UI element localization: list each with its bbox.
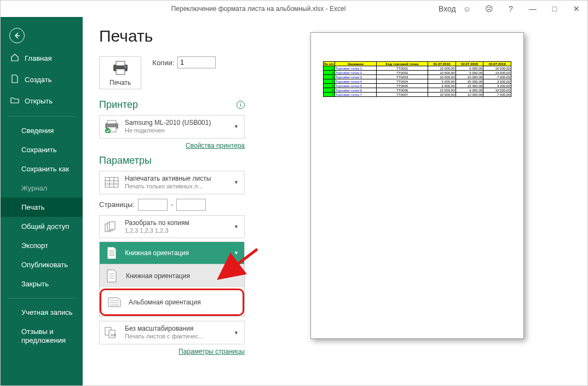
sidebar-item-label: Открыть [25,97,53,105]
minimize-button[interactable]: — [522,4,544,13]
print-what-select[interactable]: Напечатать активные листыПечать только а… [99,171,245,194]
help-icon[interactable]: ? [500,4,522,13]
orientation-option-portrait[interactable]: Книжная ориентация [100,264,244,287]
sidebar-item-feedback[interactable]: Отзывы и предложения [1,322,83,350]
chevron-down-icon: ▼ [234,250,241,256]
pages-sep: - [171,200,173,209]
sidebar-item-share[interactable]: Общий доступ [1,217,83,236]
sidebar-item-home[interactable]: Главная [1,48,83,69]
close-button[interactable]: ✕ [566,4,587,13]
combo-subtitle: 1,2,3 1,2,3 1,2,3 [125,227,229,235]
chevron-down-icon: ▼ [234,330,241,336]
printer-properties-link[interactable]: Свойства принтера [99,142,245,149]
sidebar-item-label: Сохранить как [21,165,69,173]
svg-rect-15 [109,222,115,229]
printer-select[interactable]: Samsung ML-2010 (USB001) Не подключен ▼ [99,115,245,139]
orientation-dropdown: Книжная ориентация Альбомная ориентация [99,264,245,316]
sidebar-item-open[interactable]: Открыть [1,90,83,112]
print-panel: Печать Печать Копии: Принтер [83,17,252,385]
chevron-down-icon: ▼ [234,180,241,185]
printer-name: Samsung ML-2010 (USB001) [125,119,229,127]
collate-icon [103,221,120,232]
sidebar-item-export[interactable]: Экспорт [1,236,83,255]
print-preview: № п/пНазваниеКод торговой точки01.07.201… [252,17,587,385]
page-title: Печать [99,27,245,45]
pages-label: Страницы: [99,200,135,209]
sidebar-item-create[interactable]: Создать [1,69,83,90]
sidebar-item-label: Учетная запись [21,308,73,316]
sidebar-item-label: Журнал [21,184,47,192]
chevron-down-icon: ▼ [234,224,241,229]
printer-status-icon [103,120,120,133]
portrait-icon [103,246,120,260]
sidebar-item-close[interactable]: Закрыть [1,274,83,293]
scale-icon: 100 [103,327,120,339]
pages-to-input[interactable] [176,199,206,211]
sidebar-item-label: Печать [21,203,45,211]
open-icon [10,96,19,106]
face-smile-icon[interactable]: ☺ [456,4,478,13]
sidebar-item-label: Создать [25,76,51,84]
printer-status: Не подключен [125,127,229,135]
face-sad-icon[interactable]: ☹ [478,4,500,13]
sidebar-item-save[interactable]: Сохранить [1,140,83,159]
sheets-icon [103,177,120,188]
combo-title: Разобрать по копиям [125,219,229,227]
window-title: Переключение формата листа на альбомный.… [83,5,434,13]
back-button[interactable] [1,24,83,48]
svg-text:100: 100 [111,333,117,337]
combo-subtitle: Печать только активных л... [125,183,229,191]
sidebar-item-saveas[interactable]: Сохранить как [1,159,83,178]
backstage-sidebar: Главная Создать Открыть Сведения Сохрани… [1,17,83,385]
pages-from-input[interactable] [138,199,168,211]
option-label: Книжная ориентация [126,272,190,280]
page-setup-link[interactable]: Параметры страницы [99,348,245,355]
sidebar-item-info[interactable]: Сведения [1,121,83,140]
orientation-option-landscape[interactable]: Альбомная ориентация [102,291,241,313]
svg-rect-5 [107,120,116,124]
sidebar-item-publish[interactable]: Опубликовать [1,255,83,274]
sidebar-item-label: Сохранить [21,146,57,154]
new-icon [10,74,19,85]
params-heading: Параметры [99,155,152,166]
svg-rect-2 [116,69,125,74]
highlight-annotation: Альбомная ориентация [100,289,244,316]
copies-label: Копии: [152,59,174,67]
sidebar-item-label: Опубликовать [21,261,68,269]
info-icon[interactable]: i [237,101,245,109]
svg-rect-8 [105,177,118,187]
combo-title: Без масштабирования [125,325,229,333]
chevron-down-icon: ▼ [234,124,241,129]
sidebar-item-label: Закрыть [21,280,49,288]
collate-select[interactable]: Разобрать по копиям1,2,3 1,2,3 1,2,3 ▼ [99,215,245,239]
sidebar-item-label: Экспорт [21,241,48,250]
svg-point-3 [124,66,126,68]
home-icon [10,53,19,64]
combo-title: Книжная ориентация [125,249,229,257]
print-button[interactable]: Печать [99,56,141,89]
sidebar-item-label: Сведения [21,126,54,135]
combo-subtitle: Печать листов с фактичес... [125,333,229,341]
sidebar-item-label: Отзывы и предложения [21,327,73,344]
titlebar: Переключение формата листа на альбомный.… [1,1,587,17]
svg-rect-1 [116,61,125,66]
sidebar-item-label: Главная [25,54,51,62]
option-label: Альбомная ориентация [129,298,201,306]
sidebar-item-account[interactable]: Учетная запись [1,303,83,322]
sidebar-item-history[interactable]: Журнал [1,178,83,198]
landscape-icon [106,297,123,308]
login-link[interactable]: Вход [434,4,456,13]
maximize-button[interactable]: □ [544,4,566,13]
printer-heading: Принтер [99,99,138,111]
sidebar-item-label: Общий доступ [21,222,69,231]
print-button-label: Печать [109,79,131,87]
copies-input[interactable] [177,56,216,68]
scaling-select[interactable]: 100 Без масштабированияПечать листов с ф… [99,321,245,344]
preview-page: № п/пНазваниеКод торговой точки01.07.201… [310,32,524,339]
portrait-icon [103,269,120,283]
combo-title: Напечатать активные листы [125,175,229,183]
preview-table: № п/пНазваниеКод торговой точки01.07.201… [323,61,511,97]
sidebar-item-print[interactable]: Печать [1,198,83,217]
orientation-select[interactable]: Книжная ориентация ▼ [99,241,245,264]
printer-icon [111,60,130,76]
